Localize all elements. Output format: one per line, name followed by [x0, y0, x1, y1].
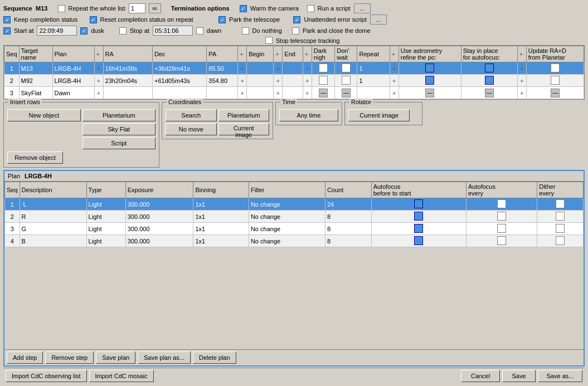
- plan-table-row[interactable]: 3GLight300.0001x1No change8: [5, 223, 584, 235]
- dither-cell: [537, 198, 584, 211]
- unattended-error-checkbox[interactable]: [293, 16, 300, 23]
- plan-cell: [20, 198, 86, 211]
- main-cell[interactable]: +: [94, 75, 103, 87]
- update-ra-cell: [526, 75, 584, 87]
- plan-th-type: Type: [86, 182, 125, 198]
- plan-th-af-before: Autofocusbefore to start: [371, 182, 466, 198]
- stay-plus-cell[interactable]: +: [517, 87, 526, 99]
- repeat-plus-cell[interactable]: +: [390, 87, 399, 99]
- plan-th-desc: Description: [20, 182, 86, 198]
- dark-nigh-cell: —: [312, 87, 334, 99]
- remove-step-button[interactable]: Remove step: [45, 351, 94, 364]
- import-cdc-button[interactable]: Import CdC observing list: [6, 370, 87, 382]
- start-at-checkbox[interactable]: [3, 27, 11, 35]
- repeat-number-input[interactable]: [129, 3, 145, 13]
- stop-at-checkbox[interactable]: [119, 27, 127, 35]
- start-time-input[interactable]: [37, 26, 77, 36]
- script-button[interactable]: Script: [82, 137, 156, 149]
- add-step-button[interactable]: Add step: [7, 351, 43, 364]
- repeat-plus-cell[interactable]: +: [390, 62, 399, 75]
- th-repeat-plus[interactable]: +: [390, 46, 399, 62]
- stop-time-input[interactable]: [153, 26, 193, 36]
- plan-table-row[interactable]: 4BLight300.0001x1No change8: [5, 235, 584, 247]
- repeat-plus-cell[interactable]: +: [390, 75, 399, 87]
- th-begin-plus[interactable]: +: [274, 46, 283, 62]
- no-move-button[interactable]: No move: [166, 123, 217, 135]
- plan-cell: B: [20, 235, 86, 247]
- reset-completion-checkbox[interactable]: [90, 16, 97, 23]
- main-cell[interactable]: +: [274, 75, 283, 87]
- stay-in-place-cell: —: [461, 87, 517, 99]
- dawn-checkbox[interactable]: [196, 27, 203, 35]
- stop-tracking-label: Stop telescope tracking: [276, 37, 339, 44]
- stay-plus-cell[interactable]: +: [517, 75, 526, 87]
- import-mosaic-button[interactable]: Import CdC mosaic: [89, 370, 154, 382]
- time-box: Time Any time: [275, 102, 342, 125]
- unattended-error-ellipsis[interactable]: ...: [370, 14, 387, 25]
- dusk-checkbox[interactable]: [80, 27, 88, 35]
- main-cell: [103, 87, 153, 99]
- stop-tracking-checkbox[interactable]: [265, 37, 273, 44]
- main-cell: M13: [19, 62, 52, 75]
- save-button[interactable]: Save: [502, 370, 536, 382]
- sky-flat-button[interactable]: Sky Flat: [82, 123, 156, 135]
- coordinates-planetarium-button[interactable]: Planetarium: [218, 109, 270, 121]
- save-plan-as-button[interactable]: Save plan as...: [138, 351, 191, 364]
- plan-desc-input[interactable]: [22, 199, 85, 209]
- any-time-button[interactable]: Any time: [279, 109, 338, 121]
- th-plan-plus[interactable]: +: [94, 46, 103, 62]
- main-cell[interactable]: +: [303, 87, 312, 99]
- plan-cell: No change: [249, 223, 325, 235]
- plan-cell: No change: [249, 211, 325, 223]
- park-close-dome-checkbox[interactable]: [292, 27, 299, 35]
- infinity-button[interactable]: ∞: [149, 3, 161, 13]
- update-ra-cell: [526, 62, 584, 75]
- main-table-row[interactable]: 1M13LRGB-4H+16h41m38s+36d28m41s85.50+++1…: [4, 62, 584, 75]
- main-cell[interactable]: +: [94, 62, 103, 75]
- main-cell[interactable]: +: [238, 87, 247, 99]
- main-cell[interactable]: +: [303, 75, 312, 87]
- planetarium-insert-button[interactable]: Planetarium: [82, 109, 156, 121]
- remove-object-button[interactable]: Remove object: [7, 152, 63, 164]
- plan-th-dither: Ditherevery: [537, 182, 584, 198]
- save-plan-button[interactable]: Save plan: [96, 351, 135, 364]
- th-stay-plus[interactable]: +: [517, 46, 526, 62]
- main-cell[interactable]: +: [238, 62, 247, 75]
- main-cell[interactable]: +: [94, 87, 103, 99]
- repeat-label: Repeat the whole list: [69, 5, 125, 12]
- park-telescope-checkbox[interactable]: [218, 16, 226, 23]
- main-table-row[interactable]: 2M92LRGB-4H+23h20m04s+61d05m43s354.80+++…: [4, 75, 584, 87]
- main-cell[interactable]: +: [238, 75, 247, 87]
- repeat-checkbox[interactable]: [58, 5, 65, 12]
- run-script-checkbox[interactable]: [307, 5, 314, 12]
- plan-table-row[interactable]: 2RLight300.0001x1No change8: [5, 211, 584, 223]
- search-button[interactable]: Search: [166, 109, 217, 121]
- plan-table-row[interactable]: 1Light300.0001x1No change24: [5, 198, 584, 211]
- main-table-row[interactable]: 3SkyFlatDawn++++——+——+—: [4, 87, 584, 99]
- plan-th-seq: Seq: [5, 182, 20, 198]
- keep-completion-checkbox[interactable]: [3, 16, 11, 23]
- delete-plan-button[interactable]: Delete plan: [193, 351, 236, 364]
- sequence-value: M13: [36, 5, 47, 12]
- main-cell: [247, 62, 274, 75]
- main-cell[interactable]: +: [274, 87, 283, 99]
- th-end-plus[interactable]: +: [303, 46, 312, 62]
- do-nothing-checkbox[interactable]: [242, 27, 249, 35]
- stay-in-place-cell: [461, 75, 517, 87]
- new-object-button[interactable]: New object: [7, 109, 81, 121]
- plan-name: LRGB-4H: [25, 173, 52, 179]
- coordinates-current-image-button[interactable]: Current image: [218, 123, 270, 135]
- af-every-cell: [466, 211, 537, 223]
- main-cell[interactable]: +: [274, 62, 283, 75]
- cancel-button[interactable]: Cancel: [461, 370, 500, 382]
- rotator-current-image-button[interactable]: Current image: [348, 109, 410, 121]
- stay-plus-cell[interactable]: +: [517, 62, 526, 75]
- warm-camera-checkbox[interactable]: [240, 5, 247, 12]
- main-cell: +36d28m41s: [153, 62, 207, 75]
- plan-cell: Light: [86, 211, 125, 223]
- dither-cell: [537, 211, 584, 223]
- th-pa-plus[interactable]: +: [238, 46, 247, 62]
- run-script-ellipsis[interactable]: ...: [354, 3, 371, 13]
- save-as-button[interactable]: Save as...: [538, 370, 582, 382]
- main-cell[interactable]: +: [303, 62, 312, 75]
